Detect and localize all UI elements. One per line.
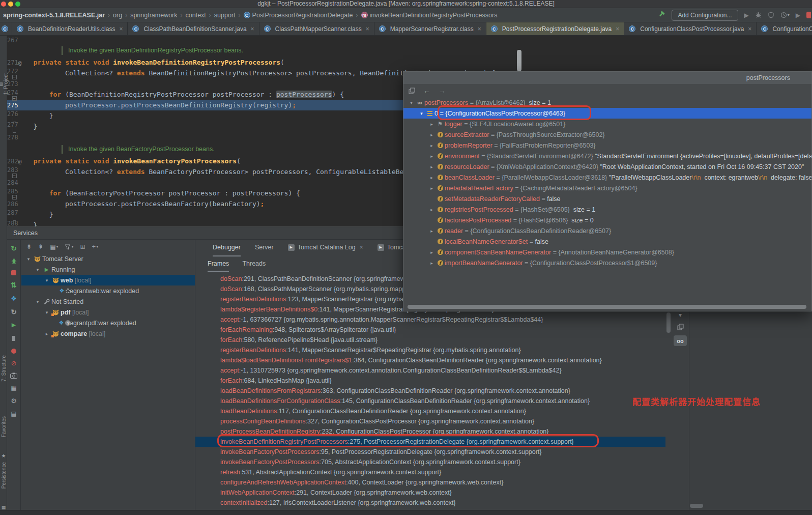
pause-icon[interactable] bbox=[12, 334, 15, 343]
tab-close-icon[interactable]: × bbox=[616, 25, 619, 33]
add-icon[interactable]: +▾ bbox=[92, 243, 99, 250]
fold-marker[interactable]: − bbox=[7, 174, 21, 178]
chevron-down-icon[interactable]: ▾ bbox=[679, 311, 682, 319]
code-line[interactable]: 271@ private static void invokeBeanDefin… bbox=[7, 57, 812, 68]
services-tree-row[interactable]: ❖egrantweb:war exploded bbox=[21, 285, 195, 296]
editor-tab[interactable]: CClassPathMapperScanner.class× bbox=[259, 22, 374, 35]
tree-expander-icon[interactable]: ▸ bbox=[428, 143, 436, 148]
tree-expander-icon[interactable]: ▾ bbox=[43, 278, 51, 283]
tree-expander-icon[interactable]: ▸ bbox=[428, 154, 436, 159]
line-number[interactable]: 275 bbox=[7, 102, 18, 109]
panel-divider[interactable] bbox=[195, 239, 195, 510]
variable-row[interactable]: ▸fsourceExtractor = {PassThroughSourceEx… bbox=[403, 129, 811, 140]
tree-expander-icon[interactable]: ▾ bbox=[34, 267, 42, 272]
stack-frame-row[interactable]: registerBeanDefinitions:141, MapperScann… bbox=[195, 345, 665, 355]
popup-scrollbar-thumb[interactable] bbox=[408, 305, 806, 309]
tab-close-icon[interactable]: × bbox=[119, 25, 123, 33]
tree-expander-icon[interactable]: ▾ bbox=[34, 299, 42, 304]
stack-frame-row[interactable]: forEach:684, LinkedHashMap {java.util} bbox=[195, 376, 665, 386]
editor-gutter[interactable]: 283− bbox=[7, 166, 21, 178]
debugger-subtab[interactable]: Frames bbox=[208, 256, 229, 272]
breadcrumb-item[interactable]: spring-context-5.1.8.RELEASE.jar› bbox=[3, 12, 113, 19]
fold-marker[interactable]: − bbox=[7, 195, 21, 199]
mute-breakpoints-icon[interactable]: ⊘ bbox=[11, 359, 17, 367]
tree-expander-icon[interactable]: ▸ bbox=[428, 228, 436, 234]
services-tree-row[interactable]: ▾Tomcat Server bbox=[21, 253, 195, 264]
editor-gutter[interactable]: 272− bbox=[7, 67, 21, 79]
line-number[interactable]: 277 bbox=[7, 121, 18, 128]
filter-icon[interactable]: ▾ bbox=[65, 244, 73, 250]
variable-row[interactable]: ▸fenvironment = {StandardServletEnvironm… bbox=[403, 151, 811, 161]
fold-marker[interactable]: − bbox=[7, 75, 21, 79]
services-tree-row[interactable]: ❖?egrantpdf:war exploded bbox=[21, 318, 195, 328]
variable-row[interactable]: fsetMetadataReaderFactoryCalled = false bbox=[403, 193, 811, 204]
expand-all-icon[interactable]: ⇟ bbox=[26, 243, 32, 250]
tree-expander-icon[interactable]: ▸ bbox=[428, 132, 436, 137]
debugger-tab[interactable]: ▶Tomcat Catalina Log× bbox=[288, 239, 363, 256]
tree-expander-icon[interactable]: ▾ bbox=[418, 111, 425, 116]
services-tree-row[interactable]: ▾pdf [local] bbox=[21, 307, 195, 318]
play-icon[interactable]: ▶ bbox=[744, 12, 749, 19]
breadcrumb-item[interactable]: springframework› bbox=[130, 12, 185, 19]
debug-icon[interactable] bbox=[755, 12, 762, 18]
rerun-debug-icon[interactable] bbox=[11, 258, 17, 265]
variables-scrollbar-thumb[interactable] bbox=[690, 504, 703, 508]
stack-frame-row[interactable]: loadBeanDefinitions:117, ConfigurationCl… bbox=[195, 406, 665, 416]
stripe-item[interactable]: ★ bbox=[0, 453, 7, 459]
editor-gutter[interactable]: 277 bbox=[7, 121, 21, 133]
stop-button[interactable] bbox=[806, 12, 811, 18]
layers-icon[interactable]: ▤ bbox=[11, 410, 16, 417]
profiler-icon[interactable]: ▾ bbox=[780, 12, 790, 18]
line-number[interactable]: 284 bbox=[7, 179, 18, 186]
stack-frame-row[interactable]: refresh:531, AbstractApplicationContext … bbox=[195, 467, 665, 477]
stack-frame-row[interactable]: forEachRemaining:948, Spliterators$Array… bbox=[195, 325, 665, 335]
editor-gutter[interactable]: 285− bbox=[7, 187, 21, 199]
stripe-item[interactable]: ▦ bbox=[0, 505, 7, 510]
stack-frame-row[interactable]: configureAndRefreshWebApplicationContext… bbox=[195, 477, 665, 488]
tree-expander-icon[interactable]: ▸ bbox=[428, 122, 436, 127]
star-icon[interactable]: ★ bbox=[2, 453, 6, 459]
maximize-window-icon[interactable] bbox=[15, 2, 20, 7]
variable-row[interactable]: ▸fmetadataReaderFactory = {CachingMetada… bbox=[403, 183, 811, 193]
close-window-icon[interactable] bbox=[1, 2, 6, 7]
variable-row[interactable]: ▸fimportBeanNameGenerator = {Configurati… bbox=[403, 258, 811, 268]
build-icon[interactable] bbox=[657, 11, 665, 18]
variable-row[interactable]: ▸fregistriesPostProcessed = {HashSet@650… bbox=[403, 204, 811, 215]
tree-expander-icon[interactable]: ▾ bbox=[24, 256, 33, 262]
editor-gutter[interactable]: 288 bbox=[7, 219, 21, 227]
line-number[interactable]: 278 bbox=[7, 134, 18, 141]
tree-expander-icon[interactable]: ▸ bbox=[428, 207, 436, 212]
stack-frame-row[interactable]: loadBeanDefinitionsForConfigurationClass… bbox=[195, 396, 665, 406]
variable-row[interactable]: flocalBeanNameGeneratorSet = false bbox=[403, 236, 811, 247]
forward-icon[interactable]: → bbox=[439, 87, 446, 95]
editor-gutter[interactable]: 267 bbox=[7, 36, 21, 44]
hotswap-icon[interactable]: ❖ bbox=[11, 295, 17, 302]
line-number[interactable]: 287 bbox=[7, 209, 18, 216]
new-frame-icon[interactable]: ⊞ bbox=[80, 243, 85, 250]
variable-row[interactable]: ▸freader = {ConfigurationClassBeanDefini… bbox=[403, 225, 811, 236]
editor-gutter[interactable]: 282@ bbox=[7, 157, 21, 165]
variable-row[interactable]: ffactoriesPostProcessed = {HashSet@6506}… bbox=[403, 215, 811, 225]
tab-close-icon[interactable]: × bbox=[366, 25, 369, 33]
stripe-item--project[interactable]: ▤1: Project bbox=[0, 73, 7, 95]
debugger-tab[interactable]: Server bbox=[255, 239, 274, 256]
stack-frame-row[interactable]: lambda$loadBeanDefinitionsFromRegistrars… bbox=[195, 355, 665, 365]
breadcrumb-item[interactable]: support› bbox=[214, 12, 244, 19]
stack-frame-row[interactable]: accept:-1, 1310725973 {org.springframewo… bbox=[195, 365, 665, 376]
editor-gutter[interactable]: 284 bbox=[7, 179, 21, 186]
fold-marker[interactable] bbox=[7, 128, 21, 133]
line-number[interactable]: 276 bbox=[7, 110, 18, 118]
breadcrumb-item[interactable]: minvokeBeanDefinitionRegistryPostProcess… bbox=[361, 12, 498, 19]
tree-expander-icon[interactable]: ▾ bbox=[43, 310, 51, 315]
stack-frame-row[interactable]: processConfigBeanDefinitions:327, Config… bbox=[195, 416, 665, 426]
line-number[interactable]: 285 bbox=[7, 188, 18, 195]
frames-scrollbar-thumb[interactable] bbox=[666, 312, 671, 333]
editor-tab[interactable]: CClassPathBeanDefinitionScanner.java× bbox=[128, 22, 259, 35]
thread-dump-icon[interactable] bbox=[10, 373, 17, 379]
breadcrumb-item[interactable]: CPostProcessorRegistrationDelegate› bbox=[244, 12, 361, 19]
services-tree-row[interactable]: ▾web [local] bbox=[21, 275, 195, 285]
editor-tab[interactable]: CBeanDefinitionReaderUtils.class× bbox=[12, 22, 128, 35]
stripe-item-persistence[interactable]: Persistence bbox=[0, 462, 7, 489]
editor-scrollbar-thumb[interactable] bbox=[517, 50, 521, 71]
stack-frame-row[interactable]: loadBeanDefinitionsFromRegistrars:363, C… bbox=[195, 386, 665, 396]
